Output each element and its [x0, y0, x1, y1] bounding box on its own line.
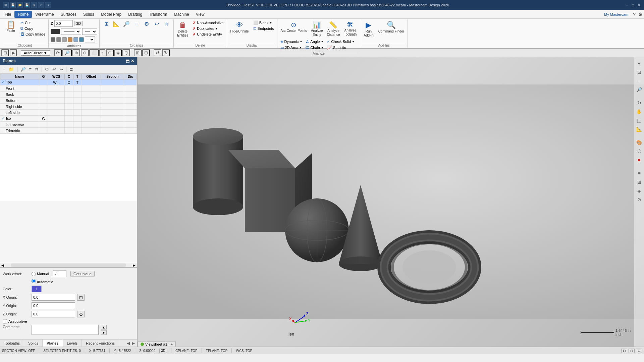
org-btn-2[interactable]: 📐: [112, 20, 121, 28]
planes-undo-btn[interactable]: ↩: [51, 66, 57, 72]
menu-transform[interactable]: Transform: [146, 11, 170, 18]
autocursor-box[interactable]: AutoCursor ▼: [21, 50, 50, 56]
color-dot-3[interactable]: [62, 37, 67, 42]
org-btn-1[interactable]: ⊞: [102, 20, 111, 28]
planes-folder-btn[interactable]: 📁: [7, 66, 15, 72]
save-as-icon[interactable]: 💾: [24, 2, 30, 8]
planes-add-btn[interactable]: +: [1, 66, 7, 72]
get-unique-button[interactable]: Get unique: [70, 271, 95, 277]
arc-center-points-button[interactable]: ⊙ Arc Center Points: [279, 20, 308, 38]
duplicates-button[interactable]: ✗ Duplicates ▼: [192, 26, 224, 31]
vp-wireframe-btn[interactable]: ⬡: [636, 147, 643, 155]
ts-nav-5[interactable]: ⬜: [89, 49, 99, 56]
plane-row-bottom[interactable]: Bottom: [0, 98, 137, 104]
print-icon[interactable]: 🖨: [31, 2, 37, 8]
copy-image-button[interactable]: 🖼 Copy Image: [19, 32, 46, 37]
analyze-entity-button[interactable]: 📊 AnalyzeEntity: [310, 20, 324, 38]
viewsheet-tab[interactable]: Viewsheet #1 +: [138, 342, 176, 347]
plane-row-left-side[interactable]: Left side: [0, 110, 137, 116]
status-btn-2[interactable]: ⊡: [629, 349, 635, 353]
org-btn-7[interactable]: ≋: [162, 20, 171, 28]
org-btn-4[interactable]: ≡: [132, 20, 141, 28]
my-mastercam-btn[interactable]: My Mastercam: [602, 12, 630, 17]
manual-radio-label[interactable]: Manual: [32, 272, 49, 276]
vp-rotate-btn[interactable]: ↻: [636, 99, 643, 107]
comment-textarea[interactable]: [32, 325, 99, 335]
z-input[interactable]: [54, 20, 73, 27]
redo-icon[interactable]: ↪: [45, 2, 51, 8]
automatic-radio-label[interactable]: Automatic: [32, 279, 53, 284]
plane-row-iso-reverse[interactable]: Iso reverse: [0, 122, 137, 128]
tab-recent-functions[interactable]: Recent Functions: [82, 340, 119, 347]
ts-nav-8[interactable]: ◈: [114, 49, 122, 56]
planes-search-btn[interactable]: 🔎: [19, 66, 27, 72]
color-swatch[interactable]: 1: [32, 286, 42, 292]
tab-toolpaths[interactable]: Toolpaths: [0, 340, 24, 347]
run-addin-button[interactable]: ▶ RunAdd-In: [362, 20, 375, 38]
help-icon[interactable]: ?: [633, 12, 636, 17]
open-icon[interactable]: 📁: [17, 2, 23, 8]
angle-button[interactable]: ∠ Angle ▼: [305, 39, 324, 44]
status-btn-1[interactable]: ⊡: [621, 349, 627, 353]
statistic-button[interactable]: 📈 Statistic: [326, 45, 347, 50]
delete-entities-button[interactable]: 🗑 DeleteEntities: [176, 20, 190, 38]
non-associative-button[interactable]: ✗ Non-Associative: [192, 20, 224, 25]
vp-extra2-btn[interactable]: ⊞: [636, 178, 643, 186]
copy-button[interactable]: ⧉ Copy: [19, 26, 46, 31]
tab-arrow-right[interactable]: ▶: [131, 341, 136, 346]
z-origin-input[interactable]: [32, 311, 75, 317]
associative-checkbox[interactable]: [3, 319, 7, 323]
menu-solids[interactable]: Solids: [80, 11, 98, 18]
ts-nav-4[interactable]: ⊖: [81, 49, 89, 56]
chain-button[interactable]: ⛓ Chain ▼: [304, 45, 325, 50]
org-btn-3[interactable]: 🔎: [122, 20, 131, 28]
3d-button[interactable]: 3D: [74, 21, 83, 26]
color-dot-5[interactable]: [73, 37, 78, 42]
ts-nav-3[interactable]: ⊕: [72, 49, 80, 56]
2d-area-button[interactable]: ▭ 2D Area ▼: [279, 45, 303, 50]
hide-unhide-button[interactable]: 👁 Hide/Unhide: [229, 20, 250, 34]
color-dot-1[interactable]: [51, 37, 55, 42]
vp-front-btn[interactable]: ⬚: [636, 117, 643, 124]
vp-extra4-btn[interactable]: ⊙: [636, 196, 643, 203]
analyze-toolpath-button[interactable]: 🛠 AnalyzeToolpath: [342, 20, 358, 38]
vp-zoom-in-btn[interactable]: +: [636, 60, 643, 67]
tab-arrow-left[interactable]: ◀: [126, 341, 130, 346]
plane-row-trimetric[interactable]: Trimetric: [0, 128, 137, 134]
level-select[interactable]: 1: [85, 36, 95, 43]
maximize-button[interactable]: □: [631, 3, 635, 7]
vp-fit-btn[interactable]: ⊡: [636, 68, 643, 76]
menu-view[interactable]: View: [193, 11, 208, 18]
ts-grid-2[interactable]: ⊟: [142, 49, 150, 56]
minimize-button[interactable]: ─: [625, 3, 629, 7]
vp-shading-btn[interactable]: 🎨: [636, 139, 643, 146]
viewsheet-add[interactable]: +: [171, 342, 173, 346]
cut-button[interactable]: ✂ Cut: [19, 20, 46, 25]
vp-zoom-out-btn[interactable]: −: [636, 77, 643, 84]
app-icon[interactable]: ⊞: [3, 2, 9, 8]
planes-scrollbar[interactable]: ◀ ▶: [0, 263, 137, 267]
color-dot-2[interactable]: [56, 37, 61, 42]
manual-radio[interactable]: [32, 272, 36, 276]
scroll-right[interactable]: ▶: [131, 263, 137, 267]
ts-grid-1[interactable]: ⊞: [134, 49, 142, 56]
y-origin-input[interactable]: [32, 302, 75, 309]
ts-nav-6[interactable]: ↕: [99, 49, 106, 56]
planes-sort2-btn[interactable]: ≋: [34, 66, 40, 72]
vp-pan-btn[interactable]: ✋: [636, 108, 643, 115]
plane-row-iso[interactable]: ✓IsoG: [0, 116, 137, 122]
menu-home[interactable]: Home: [14, 11, 32, 18]
ts-nav-7[interactable]: ⊙: [106, 49, 114, 56]
menu-machine[interactable]: Machine: [170, 11, 192, 18]
vp-search-btn[interactable]: 🔎: [636, 86, 643, 93]
command-finder-button[interactable]: 🔍 Command Finder: [377, 20, 406, 34]
vp-red-btn[interactable]: ■: [636, 156, 643, 164]
tab-solids[interactable]: Solids: [24, 340, 43, 347]
vp-extra3-btn[interactable]: ◈: [636, 187, 643, 194]
paste-button[interactable]: 📋 Paste: [3, 20, 18, 34]
menu-surfaces[interactable]: Surfaces: [57, 11, 80, 18]
viewport[interactable]: Z Y X Iso 1.6446 in Inch + ⊡ −: [138, 57, 644, 347]
analyze-distance-button[interactable]: 📏 AnalyzeDistance: [326, 20, 341, 38]
vp-extra1-btn[interactable]: ≡: [636, 170, 643, 177]
org-btn-5[interactable]: ⚙: [142, 20, 151, 28]
